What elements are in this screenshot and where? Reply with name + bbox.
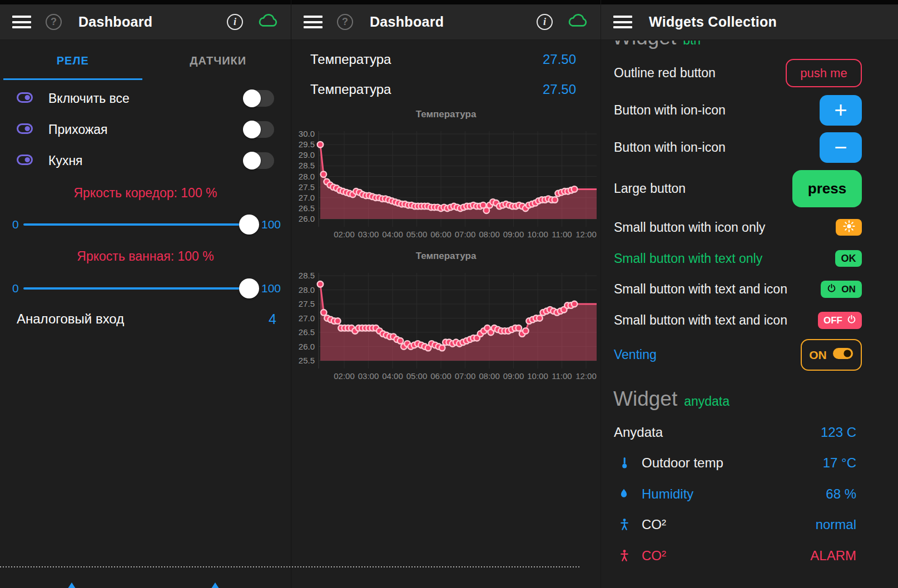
svg-text:04:00: 04:00 [382, 371, 403, 381]
tab-bar: РЕЛЕ ДАТЧИКИ [0, 40, 291, 81]
svg-text:11:00: 11:00 [552, 230, 572, 239]
row-label: Venting [614, 347, 657, 362]
menu-icon[interactable] [613, 16, 632, 28]
on-button[interactable]: ON [821, 281, 862, 298]
ok-button[interactable]: OK [835, 250, 862, 267]
slider-track[interactable] [23, 213, 257, 236]
switch-hallway[interactable] [243, 121, 274, 138]
slider-knob[interactable] [239, 278, 259, 298]
svg-text:03:00: 03:00 [358, 371, 379, 381]
switch-label: Включить все [48, 91, 130, 106]
row-label: Button with ion-icon [614, 140, 726, 155]
svg-text:28.0: 28.0 [299, 285, 315, 295]
button-label: ON [841, 284, 856, 295]
row-label: Anydata [614, 425, 663, 440]
svg-text:10:00: 10:00 [527, 371, 548, 381]
svg-text:27.5: 27.5 [299, 182, 315, 192]
svg-text:02:00: 02:00 [334, 371, 355, 381]
svg-text:11:00: 11:00 [552, 371, 572, 381]
analog-input-label: Аналоговый вход [17, 311, 124, 327]
temperature-value: 27.50 [543, 52, 576, 67]
menu-icon[interactable] [12, 16, 31, 28]
middle-appbar: ? Dashboard i [291, 4, 601, 40]
row-label: Humidity [642, 486, 693, 502]
press-button[interactable]: press [792, 170, 862, 207]
button-label: OFF [823, 315, 842, 326]
person-icon [618, 517, 633, 532]
plus-button[interactable]: + [820, 95, 862, 126]
off-button[interactable]: OFF [818, 312, 862, 329]
svg-text:09:00: 09:00 [503, 230, 524, 239]
switch-all[interactable] [243, 90, 274, 107]
power-icon [847, 315, 856, 327]
switch-kitchen[interactable] [243, 152, 274, 169]
svg-text:27.5: 27.5 [299, 299, 315, 308]
svg-text:26.5: 26.5 [299, 203, 315, 213]
sun-icon [843, 220, 855, 235]
status-bar [601, 0, 898, 4]
venting-button[interactable]: ON [801, 339, 862, 371]
analog-input-value: 4 [269, 311, 276, 327]
panel-dashboard-relays: ? Dashboard i РЕЛЕ ДАТЧИКИ Включить все … [0, 0, 291, 588]
cloud-status-icon[interactable] [567, 13, 588, 31]
cloud-status-icon[interactable] [257, 13, 279, 31]
button-label: ON [809, 348, 827, 362]
tab-relays[interactable]: РЕЛЕ [0, 40, 146, 81]
droplet-icon [618, 487, 633, 501]
switch-row-kitchen: Кухня [0, 145, 291, 176]
clipped-section-heading: Widgetbtn [612, 41, 898, 51]
help-icon[interactable]: ? [46, 14, 62, 30]
slider-track[interactable] [23, 277, 257, 300]
tab-sensors[interactable]: ДАТЧИКИ [146, 40, 291, 81]
widget-row: Small button with text and icon ON [614, 281, 862, 298]
menu-icon[interactable] [304, 16, 323, 28]
panel-dashboard-sensors: ? Dashboard i Температура 27.50 Температ… [291, 0, 601, 588]
svg-text:12:00: 12:00 [575, 230, 597, 239]
data-row-co2-normal: CO² normal [614, 512, 856, 537]
left-appbar: ? Dashboard i [0, 4, 291, 40]
info-icon[interactable]: i [227, 14, 243, 30]
temperature-label: Температура [310, 52, 391, 67]
slider-title-corridor: Яркость коредор: 100 % [0, 183, 291, 202]
switch-row-hallway: Прихожая [0, 114, 291, 145]
slider-min-label: 0 [12, 218, 19, 231]
svg-text:30.0: 30.0 [299, 129, 315, 138]
row-label: Small button with text only [614, 251, 762, 266]
data-row-outdoor-temp: Outdoor temp 17 °C [614, 450, 856, 476]
row-label: Small button with icon only [614, 220, 765, 235]
row-value: 123 C [821, 425, 856, 440]
info-icon[interactable]: i [537, 14, 553, 30]
minus-button[interactable]: − [820, 132, 862, 163]
widget-row: Button with ion-icon − [614, 132, 862, 163]
slider-knob[interactable] [239, 215, 259, 235]
svg-text:09:00: 09:00 [503, 371, 524, 381]
slider-bathroom: 0 100 [0, 277, 291, 300]
widget-row: Small button with text and icon OFF [614, 312, 862, 329]
help-icon[interactable]: ? [337, 14, 353, 30]
temperature-row: Температура 27.50 [291, 74, 601, 104]
widget-row: Small button with text only OK [614, 250, 862, 267]
page-title: Dashboard [370, 14, 444, 30]
svg-text:05:00: 05:00 [406, 371, 428, 381]
row-label: Small button with text and icon [614, 282, 787, 297]
svg-text:25.5: 25.5 [299, 356, 315, 365]
svg-text:12:00: 12:00 [575, 371, 597, 381]
widget-heading: Widget [613, 387, 677, 411]
svg-text:28.5: 28.5 [299, 271, 315, 280]
svg-text:28.0: 28.0 [299, 172, 315, 181]
row-label: Large button [614, 181, 686, 196]
svg-text:04:00: 04:00 [382, 230, 403, 239]
temperature-row: Температура 27.50 [291, 44, 601, 74]
person-icon [618, 549, 633, 563]
switch-label: Прихожая [48, 122, 108, 137]
sun-button[interactable] [836, 219, 862, 236]
slider-title-bathroom: Яркость ванная: 100 % [0, 247, 291, 266]
page-title: Dashboard [78, 14, 152, 30]
svg-text:26.0: 26.0 [299, 342, 315, 351]
push-me-button[interactable]: push me [786, 59, 862, 87]
temperature-chart-1: 26.026.527.027.528.028.529.029.530.002:0… [291, 127, 601, 245]
svg-text:10:00: 10:00 [527, 230, 548, 239]
svg-text:02:00: 02:00 [334, 230, 355, 239]
svg-text:08:00: 08:00 [479, 371, 500, 381]
switch-row-all: Включить все [0, 83, 291, 114]
